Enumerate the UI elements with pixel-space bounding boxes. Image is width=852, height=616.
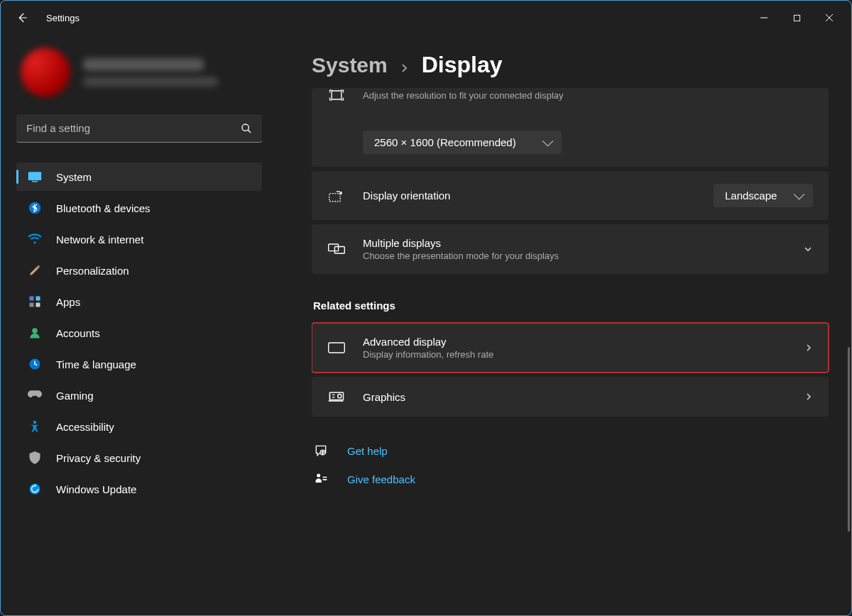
- card-title: Multiple displays: [363, 237, 786, 249]
- arrow-left-icon: [16, 11, 28, 24]
- feedback-icon: [313, 472, 329, 486]
- card-desc: Display information, refresh rate: [363, 349, 787, 360]
- sidebar-item-accessibility[interactable]: Accessibility: [16, 412, 262, 441]
- help-icon: ?: [313, 444, 329, 458]
- section-related-heading: Related settings: [313, 299, 829, 312]
- card-display-resolution[interactable]: Adjust the resolution to fit your connec…: [312, 88, 829, 167]
- sidebar-item-label: Gaming: [56, 390, 94, 402]
- window-controls: [748, 6, 846, 29]
- minimize-button[interactable]: [748, 6, 780, 29]
- sidebar-item-label: Windows Update: [56, 483, 136, 495]
- card-advanced-display[interactable]: Advanced display Display information, re…: [312, 323, 829, 373]
- sidebar-item-personalization[interactable]: Personalization: [16, 256, 262, 285]
- svg-rect-15: [329, 244, 339, 251]
- chevron-right-icon: [400, 64, 409, 72]
- sidebar-item-label: Network & internet: [56, 233, 143, 246]
- get-help-link[interactable]: ? Get help: [313, 444, 829, 458]
- sidebar-item-time-language[interactable]: Time & language: [16, 350, 262, 378]
- resolution-icon: [327, 88, 346, 102]
- svg-point-22: [317, 474, 320, 478]
- monitor-icon: [327, 341, 346, 355]
- sidebar-item-label: Time & language: [56, 358, 136, 370]
- maximize-icon: [793, 14, 801, 22]
- svg-point-9: [32, 328, 38, 334]
- resolution-dropdown[interactable]: 2560 × 1600 (Recommended): [363, 131, 562, 154]
- card-graphics[interactable]: Graphics: [312, 377, 829, 417]
- link-text: Give feedback: [347, 473, 415, 485]
- sidebar-item-windows-update[interactable]: Windows Update: [16, 475, 262, 503]
- wifi-icon: [28, 232, 42, 246]
- sidebar: System Bluetooth & devices Network & int…: [1, 35, 278, 615]
- profile-name-redacted: [83, 58, 204, 71]
- accessibility-icon: [28, 419, 42, 434]
- breadcrumb-parent[interactable]: System: [312, 53, 388, 77]
- svg-text:?: ?: [322, 451, 324, 455]
- svg-rect-14: [329, 193, 340, 201]
- avatar: [21, 48, 70, 97]
- sidebar-item-label: Apps: [56, 296, 80, 308]
- link-text: Get help: [347, 445, 388, 457]
- close-button[interactable]: [813, 6, 846, 29]
- card-display-orientation[interactable]: Display orientation Landscape: [312, 171, 829, 220]
- svg-rect-8: [36, 303, 40, 307]
- gamepad-icon: [28, 388, 42, 402]
- svg-rect-17: [329, 343, 345, 353]
- scrollbar[interactable]: [847, 134, 850, 610]
- svg-rect-2: [28, 172, 41, 180]
- sidebar-item-accounts[interactable]: Accounts: [16, 319, 262, 347]
- gpu-icon: [327, 390, 346, 404]
- card-desc: Choose the presentation mode for your di…: [363, 251, 786, 261]
- scroll-area[interactable]: Adjust the resolution to fit your connec…: [312, 88, 841, 592]
- close-icon: [825, 13, 834, 22]
- sidebar-item-apps[interactable]: Apps: [16, 287, 262, 316]
- sidebar-item-label: System: [56, 171, 92, 183]
- search-icon: [241, 123, 252, 134]
- card-multiple-displays[interactable]: Multiple displays Choose the presentatio…: [312, 224, 829, 274]
- sidebar-item-label: Privacy & security: [56, 452, 141, 464]
- profile-block[interactable]: [16, 48, 262, 97]
- bluetooth-icon: [28, 201, 42, 215]
- svg-rect-16: [334, 247, 344, 254]
- sidebar-item-system[interactable]: System: [16, 163, 262, 191]
- sidebar-item-network[interactable]: Network & internet: [16, 225, 262, 253]
- back-button[interactable]: [15, 11, 29, 25]
- clock-icon: [28, 357, 42, 371]
- chevron-right-icon: [804, 343, 813, 352]
- svg-rect-5: [30, 297, 34, 301]
- svg-rect-6: [36, 297, 40, 301]
- dropdown-value: 2560 × 1600 (Recommended): [374, 136, 516, 148]
- update-icon: [28, 482, 42, 496]
- search-input[interactable]: [16, 114, 262, 143]
- paintbrush-icon: [28, 263, 42, 277]
- system-icon: [28, 170, 42, 184]
- minimize-icon: [760, 13, 768, 22]
- help-links: ? Get help Give feedback: [312, 444, 829, 486]
- card-title: Advanced display: [363, 336, 787, 348]
- breadcrumb-current: Display: [422, 52, 503, 78]
- svg-point-19: [338, 395, 342, 398]
- card-title: Graphics: [363, 391, 787, 403]
- card-title: Display orientation: [363, 189, 697, 202]
- profile-email-redacted: [83, 77, 218, 87]
- content: System Display Adjust the resolution to …: [278, 35, 851, 615]
- give-feedback-link[interactable]: Give feedback: [313, 472, 829, 486]
- svg-rect-7: [30, 303, 34, 307]
- breadcrumb: System Display: [312, 52, 841, 78]
- sidebar-item-label: Bluetooth & devices: [56, 202, 151, 214]
- maximize-button[interactable]: [780, 6, 813, 29]
- sidebar-item-privacy[interactable]: Privacy & security: [16, 444, 262, 472]
- title-bar: Settings: [1, 1, 851, 35]
- orientation-dropdown[interactable]: Landscape: [714, 184, 813, 207]
- app-title: Settings: [46, 13, 80, 23]
- sidebar-item-label: Accessibility: [56, 421, 114, 433]
- sidebar-item-bluetooth[interactable]: Bluetooth & devices: [16, 194, 262, 222]
- scrollbar-thumb[interactable]: [848, 347, 850, 532]
- sidebar-item-gaming[interactable]: Gaming: [16, 381, 262, 409]
- shield-icon: [28, 451, 42, 465]
- sidebar-item-label: Personalization: [56, 265, 129, 277]
- multiple-displays-icon: [327, 242, 346, 256]
- svg-rect-0: [794, 15, 799, 21]
- apps-icon: [28, 295, 42, 309]
- person-icon: [28, 326, 42, 340]
- search-wrap: [16, 114, 262, 143]
